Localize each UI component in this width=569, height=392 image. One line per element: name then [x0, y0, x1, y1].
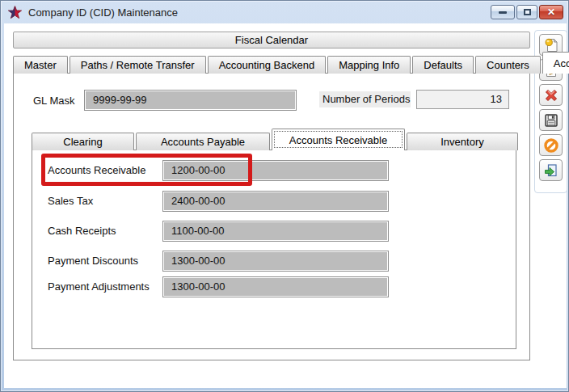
tab-accounts-payable[interactable]: Accounts Payable [136, 133, 270, 150]
exit-icon [543, 162, 559, 179]
minimize-button[interactable] [491, 5, 515, 19]
maximize-icon [524, 9, 531, 15]
payment-adjustments-field[interactable]: 1300-00-00 [162, 276, 389, 297]
delete-record-button[interactable] [539, 84, 563, 106]
accounts-receivable-label: Accounts Receivable [48, 164, 145, 176]
tab-master[interactable]: Master [13, 56, 68, 74]
fiscal-calendar-button[interactable]: Fiscal Calendar [13, 32, 530, 48]
gl-mask-label: GL Mask [33, 95, 75, 107]
window-controls: ✕ [491, 5, 563, 19]
minimize-icon [499, 11, 507, 14]
payment-discounts-label: Payment Discounts [48, 255, 138, 267]
app-star-icon [8, 6, 22, 19]
tab-inventory[interactable]: Inventory [407, 133, 518, 150]
inner-tab-bar: Clearing Accounts Payable Accounts Recei… [32, 130, 520, 150]
delete-record-icon [543, 87, 559, 103]
payment-adjustments-label: Payment Adjustments [48, 280, 150, 293]
cash-receipts-field[interactable]: 1100-00-00 [162, 221, 389, 242]
maximize-button[interactable] [516, 5, 537, 19]
sales-tax-label: Sales Tax [48, 195, 93, 207]
gl-mask-field[interactable]: 9999-99-99 [84, 90, 297, 111]
tab-counters[interactable]: Counters [475, 56, 541, 74]
save-icon [543, 112, 559, 129]
exit-button[interactable] [539, 159, 563, 181]
tab-accounting-backend[interactable]: Accounting Backend [208, 56, 327, 74]
tab-clearing[interactable]: Clearing [32, 133, 134, 150]
tab-paths-remote-transfer[interactable]: Paths / Remote Transfer [70, 56, 206, 74]
window-title: Company ID (CID) Maintenance [28, 6, 178, 19]
sales-tax-field[interactable]: 2400-00-00 [162, 191, 389, 212]
tab-accounts[interactable]: Accounts [542, 52, 569, 74]
number-of-periods-field[interactable]: 13 [416, 90, 509, 109]
tab-accounts-receivable[interactable]: Accounts Receivable [272, 129, 405, 150]
accounts-receivable-field[interactable]: 1200-00-00 [162, 160, 389, 181]
close-icon: ✕ [547, 7, 555, 17]
cash-receipts-label: Cash Receipts [48, 225, 116, 237]
cancel-button[interactable] [539, 134, 563, 156]
cancel-icon [543, 137, 559, 154]
titlebar[interactable]: Company ID (CID) Maintenance ✕ [1, 1, 568, 23]
tab-mapping-info[interactable]: Mapping Info [327, 56, 411, 74]
outer-tab-bar: Master Paths / Remote Transfer Accountin… [13, 53, 569, 74]
payment-discounts-field[interactable]: 1300-00-00 [162, 251, 389, 272]
window: Company ID (CID) Maintenance ✕ Fiscal Ca… [0, 0, 569, 392]
close-button[interactable]: ✕ [539, 5, 563, 19]
tab-defaults[interactable]: Defaults [412, 56, 474, 74]
save-button[interactable] [539, 109, 563, 131]
new-record-icon [543, 37, 559, 53]
client-area: Fiscal Calendar [4, 23, 567, 388]
number-of-periods-label: Number of Periods [319, 91, 411, 107]
